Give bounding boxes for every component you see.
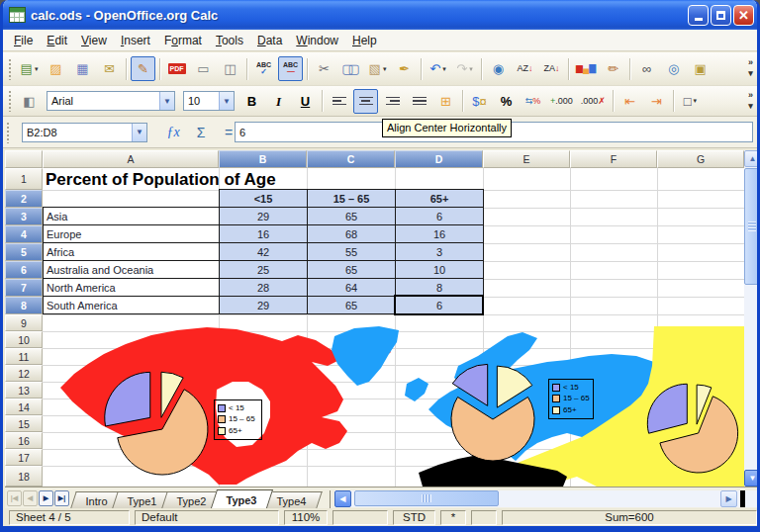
new-dropdown-arrow-icon[interactable]: ▾ (35, 65, 39, 73)
cell-value[interactable]: 25 (219, 260, 308, 279)
copy-button[interactable]: ▢▢ (338, 56, 363, 81)
cell-value[interactable]: 65 (307, 260, 396, 279)
cell-value[interactable]: 65 (307, 296, 396, 314)
italic-button[interactable]: I (266, 89, 291, 114)
cell-value[interactable]: 29 (219, 207, 308, 225)
bold-button[interactable]: B (239, 89, 264, 114)
row-header-12[interactable]: 12 (5, 365, 43, 382)
column-header-E[interactable]: E (483, 150, 570, 168)
borders-dropdown-arrow-icon[interactable]: ▾ (694, 97, 698, 105)
row-header-4[interactable]: 4 (5, 225, 43, 243)
insert-chart-button[interactable]: ▆▄▇ (573, 56, 599, 81)
cell-region-asia[interactable]: Asia (43, 207, 220, 225)
row-header-17[interactable]: 17 (5, 449, 43, 466)
row-header-11[interactable]: 11 (5, 348, 43, 365)
cell-region-africa[interactable]: Africa (43, 242, 220, 261)
save-button[interactable]: ▦ (70, 56, 95, 81)
formatting-toolbar-overflow[interactable]: » ▾ (748, 90, 753, 112)
name-box[interactable]: B2:D8 ▼ (22, 123, 147, 142)
row-header-5[interactable]: 5 (5, 243, 43, 261)
font-size-dropdown-icon[interactable]: ▼ (219, 92, 234, 110)
number-format-percent-button[interactable]: % (494, 89, 519, 114)
cell-region-south-america[interactable]: South America (43, 296, 220, 314)
cell-value[interactable]: 6 (395, 296, 484, 314)
align-center-button[interactable] (353, 89, 378, 114)
cell-value[interactable]: 6 (395, 207, 484, 225)
merge-cells-button[interactable]: ⊞ (433, 89, 458, 114)
cell-region-europe[interactable]: Europe (43, 224, 220, 243)
status-panel-page-style[interactable]: Default (135, 510, 279, 525)
scroll-up-button[interactable]: ▲ (744, 150, 760, 167)
font-name-dropdown-icon[interactable]: ▼ (159, 92, 174, 110)
status-panel-signature[interactable] (471, 510, 497, 525)
column-header-C[interactable]: C (307, 150, 395, 168)
autospellcheck-button[interactable]: ABC~~ (278, 56, 303, 81)
grid-corner-box[interactable] (5, 150, 43, 168)
menu-window[interactable]: Window (289, 32, 345, 49)
name-box-dropdown-icon[interactable]: ▼ (132, 124, 146, 141)
cell-value[interactable]: 10 (395, 260, 484, 279)
number-format-currency-button[interactable]: $¤ (467, 89, 492, 114)
last-sheet-button[interactable]: ▶| (54, 490, 69, 506)
edit-file-button[interactable]: ✎ (131, 56, 155, 81)
row-header-13[interactable]: 13 (5, 382, 43, 399)
align-right-button[interactable] (380, 89, 405, 114)
sort-descending-button[interactable]: ZA↓ (539, 56, 564, 81)
sum-button[interactable]: Σ (189, 122, 213, 143)
cell-value[interactable]: 68 (307, 224, 396, 243)
cell-value[interactable]: 29 (219, 296, 308, 314)
print-button[interactable]: ▭ (191, 56, 216, 81)
status-panel-selection-mode[interactable]: STD (393, 510, 435, 525)
menu-tools[interactable]: Tools (209, 32, 250, 49)
row-header-6[interactable]: 6 (5, 261, 43, 279)
increase-indent-button[interactable]: ⇥ (644, 89, 669, 114)
row-header-2[interactable]: 2 (5, 190, 43, 208)
undo-dropdown-arrow-icon[interactable]: ▾ (442, 65, 446, 73)
cell-value[interactable]: 55 (307, 242, 396, 261)
row-header-1[interactable]: 1 (5, 168, 43, 190)
horizontal-scroll-thumb[interactable] (354, 490, 499, 506)
menu-edit[interactable]: Edit (40, 32, 74, 49)
sheet-tab-type3[interactable]: Type3 (211, 489, 273, 508)
cell-value[interactable]: 8 (395, 278, 484, 297)
title-bar[interactable]: calc.ods - OpenOffice.org Calc ✕ (0, 0, 760, 30)
row-header-16[interactable]: 16 (5, 432, 43, 449)
align-justify-button[interactable] (407, 89, 431, 114)
menu-format[interactable]: Format (157, 32, 209, 49)
paste-dropdown-arrow-icon[interactable]: ▾ (383, 65, 387, 73)
cell-value[interactable]: 3 (395, 242, 484, 261)
redo-dropdown-arrow-icon[interactable]: ▾ (469, 65, 473, 73)
row-header-10[interactable]: 10 (5, 331, 43, 348)
format-paintbrush-button[interactable]: ✒ (392, 56, 417, 81)
toolbar-grip[interactable] (6, 122, 11, 143)
column-header-B[interactable]: B (219, 150, 307, 168)
cell-value[interactable]: 16 (219, 224, 308, 243)
cell-header-<15[interactable]: <15 (219, 189, 308, 208)
status-panel-modified-flag[interactable]: * (440, 510, 466, 525)
cell-region-australia-and-oceania[interactable]: Australia and Oceania (43, 260, 220, 279)
export-pdf-button[interactable]: PDF (164, 56, 189, 81)
new-button[interactable]: ▤▾ (17, 56, 42, 81)
row-header-9[interactable]: 9 (5, 314, 43, 331)
font-name-combo[interactable]: Arial▼ (47, 91, 175, 111)
decrease-indent-button[interactable]: ⇤ (618, 89, 642, 114)
column-header-A[interactable]: A (43, 150, 219, 168)
vertical-scroll-thumb[interactable] (744, 168, 760, 285)
delete-decimal-place-button[interactable]: .000✗ (578, 89, 609, 114)
menu-view[interactable]: View (74, 32, 114, 49)
column-header-F[interactable]: F (570, 150, 657, 168)
status-panel-sum-display[interactable]: Sum=600 (502, 510, 757, 525)
open-button[interactable]: ▨ (44, 56, 68, 81)
minimize-button[interactable] (688, 5, 709, 26)
horizontal-scrollbar[interactable]: ◀▶ (334, 490, 760, 507)
row-header-14[interactable]: 14 (5, 399, 43, 415)
sort-ascending-button[interactable]: AZ↓ (513, 56, 537, 81)
vertical-scrollbar[interactable]: ▲▼ (744, 150, 760, 487)
status-panel-sheet-indicator[interactable]: Sheet 4 / 5 (9, 510, 130, 525)
toolbar-grip[interactable] (8, 90, 13, 112)
align-left-button[interactable] (327, 89, 351, 114)
next-sheet-button[interactable]: ▶ (39, 490, 53, 506)
status-panel-zoom-level[interactable]: 110% (284, 510, 328, 525)
styles-and-formatting-button[interactable]: ◧ (17, 89, 42, 114)
show-draw-functions-button[interactable]: ✏ (601, 56, 625, 81)
